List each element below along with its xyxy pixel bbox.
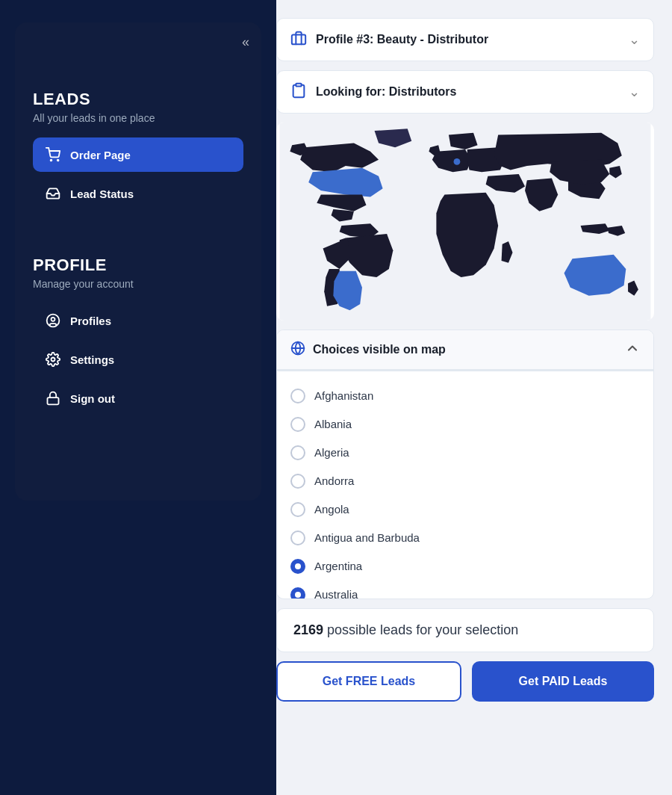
country-item[interactable]: Argentina bbox=[290, 552, 640, 581]
country-name: Andorra bbox=[314, 474, 354, 487]
country-item[interactable]: Albania bbox=[290, 410, 640, 439]
svg-point-10 bbox=[454, 158, 461, 165]
chevron-up-icon bbox=[625, 341, 640, 359]
country-name: Angola bbox=[314, 503, 349, 516]
country-radio bbox=[290, 445, 305, 460]
leads-count-card: 2169 possible leads for your selection bbox=[276, 608, 654, 652]
svg-point-3 bbox=[52, 318, 55, 321]
profile-dropdown-label: Profile #3: Beauty - Distributor bbox=[316, 33, 488, 46]
settings-label: Settings bbox=[70, 353, 114, 366]
sidebar: « LEADS All your leads in one place Orde… bbox=[0, 0, 276, 795]
collapse-button[interactable]: « bbox=[242, 34, 249, 50]
choices-title: Choices visible on map bbox=[313, 343, 446, 356]
country-item[interactable]: Angola bbox=[290, 495, 640, 524]
cart-icon bbox=[45, 146, 61, 163]
country-name: Australia bbox=[314, 588, 358, 598]
svg-rect-7 bbox=[296, 84, 301, 87]
looking-for-dropdown-left: Looking for: Distributors bbox=[290, 82, 456, 102]
country-radio bbox=[290, 502, 305, 517]
country-radio bbox=[290, 389, 305, 403]
country-radio bbox=[290, 417, 305, 432]
country-item[interactable]: Andorra bbox=[290, 467, 640, 495]
sidebar-item-order-page[interactable]: Order Page bbox=[33, 137, 243, 172]
choices-header-left: Choices visible on map bbox=[290, 341, 446, 359]
action-buttons: Get FREE Leads Get PAID Leads bbox=[276, 661, 654, 702]
order-page-label: Order Page bbox=[70, 149, 131, 161]
gear-icon bbox=[45, 351, 61, 368]
get-paid-leads-button[interactable]: Get PAID Leads bbox=[472, 661, 654, 702]
country-radio bbox=[290, 474, 305, 489]
country-name: Albania bbox=[314, 418, 352, 430]
main-content: Profile #3: Beauty - Distributor ⌄ Looki… bbox=[276, 0, 672, 795]
leads-count-number: 2169 bbox=[293, 622, 323, 637]
leads-section-title: LEADS bbox=[33, 90, 243, 109]
sidebar-panel: « LEADS All your leads in one place Orde… bbox=[15, 22, 261, 501]
country-name: Argentina bbox=[314, 560, 362, 572]
svg-point-4 bbox=[52, 358, 55, 362]
leads-count-text-label: possible leads for your selection bbox=[327, 622, 518, 637]
svg-point-0 bbox=[51, 160, 52, 161]
lock-icon bbox=[45, 390, 61, 406]
country-radio bbox=[290, 530, 305, 545]
globe-icon bbox=[290, 341, 305, 359]
profile-section-desc: Manage your account bbox=[33, 278, 243, 290]
profile-dropdown-left: Profile #3: Beauty - Distributor bbox=[290, 30, 488, 49]
clipboard-icon bbox=[290, 82, 307, 102]
briefcase-icon bbox=[290, 30, 307, 49]
svg-point-1 bbox=[57, 160, 59, 161]
country-radio bbox=[290, 559, 305, 574]
user-circle-icon bbox=[45, 312, 61, 329]
profile-dropdown[interactable]: Profile #3: Beauty - Distributor ⌄ bbox=[276, 18, 654, 61]
country-item[interactable]: Afghanistan bbox=[290, 382, 640, 410]
tray-icon bbox=[45, 185, 61, 202]
sidebar-item-profiles[interactable]: Profiles bbox=[33, 303, 243, 338]
sign-out-label: Sign out bbox=[70, 392, 115, 405]
choices-divider bbox=[277, 370, 653, 371]
countries-list: AfghanistanAlbaniaAlgeriaAndorraAngolaAn… bbox=[277, 374, 653, 598]
choices-header[interactable]: Choices visible on map bbox=[277, 330, 653, 370]
looking-for-dropdown[interactable]: Looking for: Distributors ⌄ bbox=[276, 70, 654, 114]
sidebar-item-lead-status[interactable]: Lead Status bbox=[33, 176, 243, 211]
country-name: Antigua and Barbuda bbox=[314, 531, 420, 544]
profile-section: PROFILE Manage your account Profiles bbox=[33, 256, 243, 415]
looking-for-dropdown-label: Looking for: Distributors bbox=[316, 85, 456, 99]
country-name: Algeria bbox=[314, 446, 349, 459]
choices-panel: Choices visible on map AfghanistanAlbani… bbox=[276, 330, 654, 599]
chevron-down-icon-2: ⌄ bbox=[629, 84, 640, 100]
chevron-down-icon: ⌄ bbox=[629, 31, 640, 48]
sidebar-item-settings[interactable]: Settings bbox=[33, 342, 243, 377]
country-item[interactable]: Australia bbox=[290, 581, 640, 598]
lead-status-label: Lead Status bbox=[70, 188, 134, 200]
profiles-label: Profiles bbox=[70, 315, 111, 327]
country-item[interactable]: Antigua and Barbuda bbox=[290, 524, 640, 552]
leads-section-desc: All your leads in one place bbox=[33, 112, 243, 124]
svg-rect-5 bbox=[48, 398, 59, 404]
svg-rect-6 bbox=[292, 34, 305, 44]
profile-section-title: PROFILE bbox=[33, 256, 243, 275]
world-map bbox=[276, 123, 654, 321]
get-free-leads-button[interactable]: Get FREE Leads bbox=[276, 661, 461, 702]
country-item[interactable]: Algeria bbox=[290, 439, 640, 467]
country-radio bbox=[290, 587, 305, 598]
country-name: Afghanistan bbox=[314, 389, 373, 402]
sidebar-item-sign-out[interactable]: Sign out bbox=[33, 381, 243, 415]
